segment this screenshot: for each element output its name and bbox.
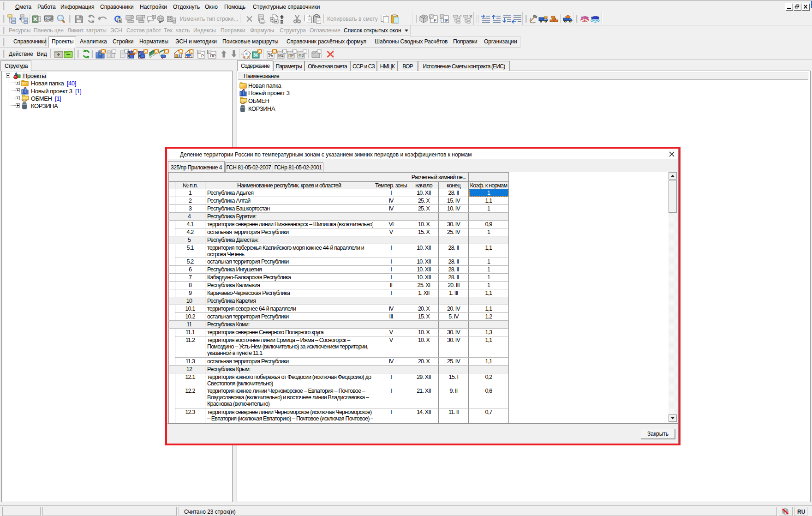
svg-text:Ф3: Ф3	[299, 53, 304, 58]
svg-text:М2: М2	[278, 53, 284, 58]
svg-text:ПР: ПР	[288, 53, 294, 58]
svg-text:ПР: ПР	[210, 54, 216, 58]
svg-text:P: P	[434, 18, 436, 23]
svg-text:P: P	[201, 54, 204, 58]
svg-text:ПР: ПР	[443, 18, 448, 23]
svg-text:PDF: PDF	[45, 16, 51, 19]
